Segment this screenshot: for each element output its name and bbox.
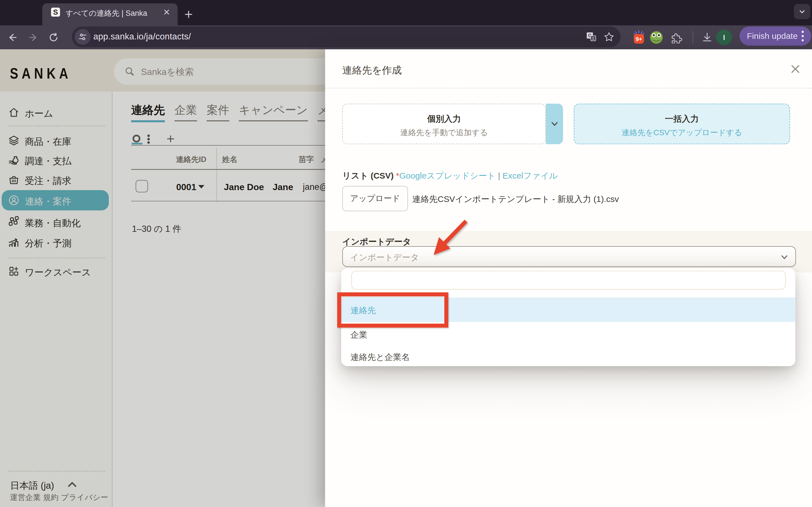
screen: S すべての連絡先 | Sanka [0, 0, 812, 507]
extension-frog-icon[interactable] [650, 31, 663, 44]
reload-icon[interactable] [48, 32, 59, 43]
browser-toolbar: app.sanka.io/ja/contacts/ G 文 9+ [0, 25, 812, 49]
browser-tabstrip: S すべての連絡先 | Sanka [0, 0, 812, 25]
downloads-icon[interactable] [701, 32, 713, 43]
finish-update-label: Finish update [747, 31, 798, 41]
toolbar-separator [693, 31, 693, 44]
panel-close-icon[interactable] [790, 63, 801, 75]
csv-list-label: リスト (CSV) [342, 171, 394, 180]
panel-title: 連絡先を作成 [342, 64, 402, 77]
bookmark-star-icon[interactable] [603, 31, 615, 43]
tab-search-button[interactable] [794, 4, 810, 19]
annotation-arrow [423, 213, 479, 266]
translate-icon[interactable]: G 文 [586, 31, 597, 43]
site-settings-chip[interactable] [75, 29, 91, 45]
finish-update-button[interactable]: Finish update [740, 26, 811, 46]
back-icon[interactable] [7, 32, 18, 43]
tab-close-icon[interactable] [162, 7, 171, 17]
upload-button[interactable]: アップロード [342, 186, 408, 211]
browser-tab[interactable]: S すべての連絡先 | Sanka [42, 3, 177, 25]
chevron-down-icon [780, 253, 789, 262]
google-sheet-link[interactable]: Googleスプレッドシート [399, 171, 496, 180]
import-data-label: インポートデータ [342, 236, 411, 247]
uploaded-file-name: 連絡先CSVインポートテンプレート - 新規入力 (1).csv [412, 193, 619, 205]
new-tab-icon[interactable] [183, 9, 194, 20]
dropdown-search-input[interactable] [351, 271, 786, 290]
import-select-placeholder: インポートデータ [350, 252, 419, 263]
upload-row: アップロード 連絡先CSVインポートテンプレート - 新規入力 (1).csv [342, 186, 807, 211]
create-contact-panel: 連絡先を作成 個別入力 連絡先を手動で追加する 一括入力 連絡先をCSVでアップ… [325, 49, 812, 507]
annotation-rectangle [337, 292, 448, 328]
forward-icon[interactable] [28, 32, 38, 43]
tab-title: すべての連絡先 | Sanka [65, 8, 147, 18]
svg-text:文: 文 [592, 36, 595, 41]
chevron-down-icon [550, 120, 559, 128]
option-contacts-and-companies[interactable]: 連絡先と企業名 [341, 344, 795, 366]
address-bar[interactable]: app.sanka.io/ja/contacts/ G 文 [72, 26, 620, 47]
mode-individual: 個別入力 連絡先を手動で追加する [342, 104, 563, 144]
import-data-select[interactable]: インポートデータ [342, 246, 796, 267]
browser-menu-kebab-icon[interactable] [801, 30, 805, 42]
csv-list-row: リスト (CSV) *Googleスプレッドシート | Excelファイル [342, 170, 558, 182]
mode-individual-button[interactable]: 個別入力 連絡先を手動で追加する [342, 104, 546, 144]
required-mark: * [396, 171, 399, 180]
extension-badge-icon[interactable]: 9+ [631, 30, 646, 45]
url-text[interactable]: app.sanka.io/ja/contacts/ [93, 32, 191, 42]
excel-file-link[interactable]: Excelファイル [502, 171, 558, 180]
import-data-field: インポートデータ インポートデータ [325, 231, 812, 272]
chevron-down-icon [797, 7, 807, 16]
tune-icon [78, 32, 87, 42]
mode-bulk-button[interactable]: 一括入力 連絡先をCSVでアップロードする [574, 104, 790, 144]
svg-text:9+: 9+ [636, 36, 642, 42]
tab-favicon: S [51, 8, 60, 17]
extensions-puzzle-icon[interactable] [671, 32, 683, 43]
panel-divider [325, 88, 812, 89]
mode-individual-dropdown[interactable] [546, 104, 563, 144]
entry-mode-row: 個別入力 連絡先を手動で追加する 一括入力 連絡先をCSVでアップロードする [342, 104, 807, 144]
profile-avatar[interactable]: I [716, 30, 732, 45]
